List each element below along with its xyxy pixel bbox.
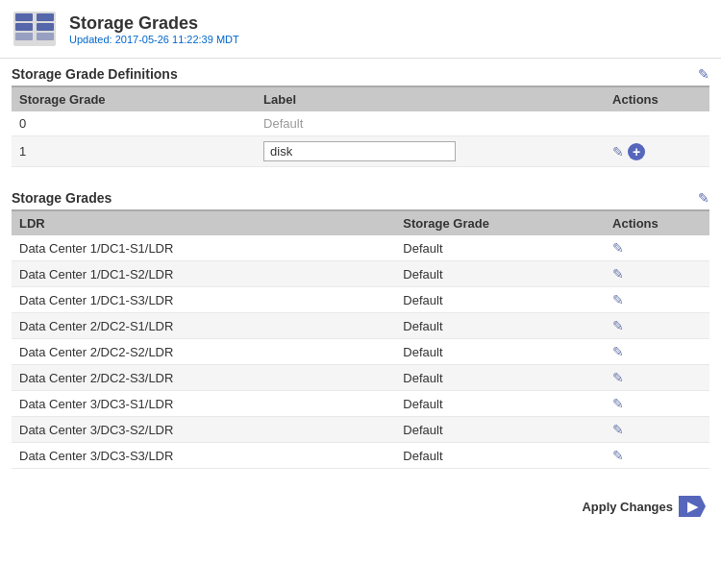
actions-cell: ✎ (605, 313, 709, 339)
def-label-cell (256, 136, 605, 167)
table-row: Data Center 2/DC2-S1/LDRDefault✎ (12, 313, 709, 339)
pencil-icon[interactable]: ✎ (612, 344, 624, 359)
grades-edit-icon[interactable]: ✎ (698, 190, 709, 206)
page-subtitle: Updated: 2017-05-26 11:22:39 MDT (69, 34, 239, 45)
col-storage-grade-2: Storage Grade (395, 211, 605, 235)
grades-table: LDR Storage Grade Actions Data Center 1/… (12, 211, 709, 469)
defs-table-row: 1✎+ (12, 136, 709, 167)
ldr-cell: Data Center 3/DC3-S3/LDR (12, 443, 395, 469)
pencil-icon[interactable]: ✎ (612, 240, 624, 256)
svg-rect-2 (37, 13, 54, 21)
actions-cell: ✎ (605, 287, 709, 313)
def-actions-cell: ✎+ (605, 136, 709, 167)
ldr-cell: Data Center 1/DC1-S1/LDR (12, 235, 395, 261)
app-icon (12, 10, 58, 48)
ldr-cell: Data Center 3/DC3-S2/LDR (12, 417, 395, 443)
actions-cell: ✎ (605, 391, 709, 417)
pencil-icon[interactable]: ✎ (612, 292, 624, 307)
definitions-section-title: Storage Grade Definitions (12, 66, 178, 82)
col-ldr: LDR (12, 211, 395, 235)
def-grade-cell: 0 (12, 111, 256, 136)
svg-rect-3 (15, 23, 33, 31)
ldr-cell: Data Center 2/DC2-S1/LDR (12, 313, 395, 339)
svg-rect-6 (37, 33, 54, 40)
table-row: Data Center 3/DC3-S1/LDRDefault✎ (12, 391, 709, 417)
grade-cell: Default (395, 313, 605, 339)
col-label: Label (256, 87, 605, 111)
def-grade-cell: 1 (12, 136, 256, 167)
apply-changes-button[interactable]: ▶ (679, 496, 706, 517)
def-label-cell: Default (256, 111, 605, 136)
grade-cell: Default (395, 391, 605, 417)
actions-cell: ✎ (605, 417, 709, 443)
table-row: Data Center 3/DC3-S3/LDRDefault✎ (12, 443, 709, 469)
footer: Apply Changes ▶ (0, 484, 721, 528)
grades-section: Storage Grades ✎ LDR Storage Grade Actio… (12, 183, 709, 469)
header-text-block: Storage Grades Updated: 2017-05-26 11:22… (69, 13, 239, 45)
pencil-icon[interactable]: ✎ (612, 396, 624, 411)
definitions-edit-icon[interactable]: ✎ (698, 66, 709, 82)
grade-cell: Default (395, 443, 605, 469)
pencil-icon[interactable]: ✎ (612, 422, 624, 437)
grade-cell: Default (395, 261, 605, 287)
col-actions-grades: Actions (605, 211, 709, 235)
table-row: Data Center 3/DC3-S2/LDRDefault✎ (12, 417, 709, 443)
table-row: Data Center 2/DC2-S3/LDRDefault✎ (12, 365, 709, 391)
svg-rect-5 (15, 33, 33, 40)
defs-table-row: 0Default (12, 111, 709, 136)
ldr-cell: Data Center 3/DC3-S1/LDR (12, 391, 395, 417)
pencil-icon[interactable]: ✎ (612, 448, 624, 463)
table-row: Data Center 1/DC1-S1/LDRDefault✎ (12, 235, 709, 261)
pencil-icon[interactable]: ✎ (612, 266, 624, 282)
page-title: Storage Grades (69, 13, 239, 34)
definitions-table-header-row: Storage Grade Label Actions (12, 87, 709, 111)
grades-section-title: Storage Grades (12, 190, 112, 206)
action-icons-group: ✎+ (612, 143, 702, 160)
apply-changes-label[interactable]: Apply Changes (582, 500, 673, 514)
table-row: Data Center 2/DC2-S2/LDRDefault✎ (12, 339, 709, 365)
col-actions-defs: Actions (605, 87, 709, 111)
pencil-icon[interactable]: ✎ (612, 144, 624, 159)
grade-cell: Default (395, 365, 605, 391)
definitions-table: Storage Grade Label Actions 0Default1✎+ (12, 87, 709, 167)
actions-cell: ✎ (605, 261, 709, 287)
pencil-icon[interactable]: ✎ (612, 318, 624, 333)
actions-cell: ✎ (605, 365, 709, 391)
definitions-section: Storage Grade Definitions ✎ Storage Grad… (12, 59, 709, 167)
svg-rect-4 (37, 23, 54, 31)
grade-cell: Default (395, 417, 605, 443)
actions-cell: ✎ (605, 339, 709, 365)
ldr-cell: Data Center 2/DC2-S3/LDR (12, 365, 395, 391)
svg-rect-1 (15, 13, 33, 21)
ldr-cell: Data Center 1/DC1-S2/LDR (12, 261, 395, 287)
def-label-input[interactable] (263, 141, 456, 161)
table-row: Data Center 1/DC1-S3/LDRDefault✎ (12, 287, 709, 313)
table-row: Data Center 1/DC1-S2/LDRDefault✎ (12, 261, 709, 287)
pencil-icon[interactable]: ✎ (612, 370, 624, 385)
grade-cell: Default (395, 287, 605, 313)
col-storage-grade: Storage Grade (12, 87, 256, 111)
actions-cell: ✎ (605, 235, 709, 261)
definitions-section-header: Storage Grade Definitions ✎ (12, 59, 709, 87)
def-actions-cell (605, 111, 709, 136)
add-icon[interactable]: + (628, 143, 645, 160)
ldr-cell: Data Center 2/DC2-S2/LDR (12, 339, 395, 365)
actions-cell: ✎ (605, 443, 709, 469)
grade-cell: Default (395, 235, 605, 261)
page-header: Storage Grades Updated: 2017-05-26 11:22… (0, 0, 721, 59)
ldr-cell: Data Center 1/DC1-S3/LDR (12, 287, 395, 313)
grades-table-header-row: LDR Storage Grade Actions (12, 211, 709, 235)
grade-cell: Default (395, 339, 605, 365)
grades-section-header: Storage Grades ✎ (12, 183, 709, 211)
